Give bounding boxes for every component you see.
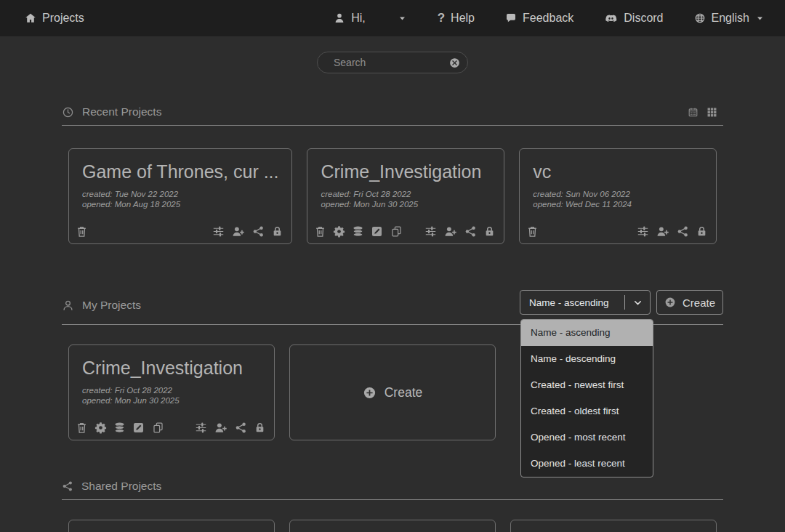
create-button-label: Create <box>683 297 715 309</box>
clock-icon <box>62 106 74 118</box>
help-label: Help <box>451 12 475 25</box>
project-card[interactable]: Crime_Investigation created: Fri Oct 28 … <box>307 148 504 244</box>
person-outline-icon <box>62 299 74 312</box>
create-card-label: Create <box>385 385 423 400</box>
feedback-label: Feedback <box>523 12 573 25</box>
project-opened: opened: Wed Dec 11 2024 <box>533 199 703 209</box>
copy-icon[interactable] <box>390 225 403 238</box>
trash-icon[interactable] <box>76 422 88 434</box>
sort-option[interactable]: Name - ascending <box>521 320 653 346</box>
project-card[interactable] <box>510 520 717 532</box>
person-icon <box>334 12 345 24</box>
project-card[interactable]: vc created: Sun Nov 06 2022 opened: Wed … <box>519 148 717 244</box>
shared-projects-grid <box>62 520 723 532</box>
chevron-down-icon <box>755 14 765 23</box>
edit-icon[interactable] <box>371 225 383 238</box>
share-icon[interactable] <box>677 225 689 238</box>
recent-projects-title: Recent Projects <box>82 105 161 118</box>
project-dates: created: Tue Nov 22 2022 opened: Mon Aug… <box>82 189 278 209</box>
nav-projects-label: Projects <box>42 12 84 25</box>
sort-dropdown-menu: Name - ascending Name - descending Creat… <box>520 319 653 477</box>
sliders-icon[interactable] <box>637 225 649 238</box>
my-projects-controls: Name - ascending Name - ascending Name -… <box>520 290 723 315</box>
chevron-down-icon <box>398 14 407 23</box>
project-created: created: Fri Oct 28 2022 <box>321 189 491 199</box>
project-title: Crime_Investigation <box>82 358 261 379</box>
share-icon[interactable] <box>464 225 477 238</box>
sort-option[interactable]: Opened - most recent <box>521 424 653 451</box>
database-icon[interactable] <box>352 225 364 238</box>
discord-link[interactable]: Discord <box>604 12 663 25</box>
shared-projects-section: Shared Projects <box>62 480 723 532</box>
my-projects-heading: My Projects <box>62 299 141 315</box>
calendar-view-icon[interactable] <box>688 107 699 118</box>
project-title: Crime_Investigation <box>321 161 491 182</box>
nav-projects-link[interactable]: Projects <box>25 12 84 25</box>
grid-view-icon[interactable] <box>706 107 717 118</box>
project-actions <box>76 225 283 238</box>
lock-icon[interactable] <box>254 422 266 434</box>
gear-icon[interactable] <box>94 422 107 434</box>
sort-option[interactable]: Created - newest first <box>521 372 653 398</box>
trash-icon[interactable] <box>76 225 88 238</box>
recent-projects-section: Recent Projects Game of Thrones, cur ...… <box>62 105 723 244</box>
clear-search-icon[interactable] <box>448 57 461 69</box>
create-project-card[interactable]: Create <box>289 344 496 440</box>
sort-option[interactable]: Created - oldest first <box>521 398 653 424</box>
share-icon <box>62 480 73 492</box>
help-link[interactable]: ? Help <box>438 11 475 25</box>
project-card[interactable]: Crime_Investigation created: Fri Oct 28 … <box>68 344 275 440</box>
trash-icon[interactable] <box>314 225 326 238</box>
person-plus-icon[interactable] <box>443 225 458 238</box>
project-created: created: Fri Oct 28 2022 <box>82 385 261 395</box>
project-card[interactable] <box>68 520 275 532</box>
database-icon[interactable] <box>113 422 126 434</box>
project-dates: created: Sun Nov 06 2022 opened: Wed Dec… <box>533 189 703 209</box>
feedback-link[interactable]: Feedback <box>505 12 573 25</box>
nav-right-group: Hi, ? Help Feedback Discord English <box>334 11 765 25</box>
project-created: created: Sun Nov 06 2022 <box>533 189 703 199</box>
lock-icon[interactable] <box>483 225 496 238</box>
sliders-icon[interactable] <box>195 422 207 434</box>
person-plus-icon[interactable] <box>656 225 670 238</box>
lock-icon[interactable] <box>271 225 283 238</box>
project-dates: created: Fri Oct 28 2022 opened: Mon Jun… <box>82 385 261 406</box>
project-opened: opened: Mon Jun 30 2025 <box>82 395 261 406</box>
search-input[interactable] <box>332 56 448 69</box>
person-plus-icon[interactable] <box>231 225 246 238</box>
sliders-icon[interactable] <box>424 225 437 238</box>
view-toggle-group <box>688 107 717 118</box>
share-icon[interactable] <box>235 422 247 434</box>
user-menu[interactable]: Hi, <box>334 12 407 25</box>
project-card[interactable]: Game of Thrones, cur ... created: Tue No… <box>68 148 292 244</box>
user-greeting: Hi, <box>351 12 366 25</box>
sort-option[interactable]: Name - descending <box>521 346 653 372</box>
recent-projects-header: Recent Projects <box>62 105 723 118</box>
shared-projects-title: Shared Projects <box>81 480 161 493</box>
project-actions <box>314 225 496 238</box>
project-title: Game of Thrones, cur ... <box>82 161 278 182</box>
discord-label: Discord <box>624 12 663 25</box>
section-divider <box>62 499 723 500</box>
share-icon[interactable] <box>252 225 265 238</box>
home-icon <box>25 12 36 24</box>
top-navbar: Projects Hi, ? Help Feedback Discord <box>0 0 785 36</box>
lock-icon[interactable] <box>696 225 708 238</box>
sort-option[interactable]: Opened - least recent <box>521 451 653 477</box>
gear-icon[interactable] <box>333 225 345 238</box>
sliders-icon[interactable] <box>212 225 225 238</box>
project-card[interactable] <box>289 520 496 532</box>
plus-circle-icon <box>363 386 377 400</box>
discord-logo-icon <box>604 12 618 25</box>
copy-icon[interactable] <box>151 422 165 434</box>
create-button[interactable]: Create <box>656 290 723 315</box>
language-menu[interactable]: English <box>694 12 765 25</box>
sort-select[interactable]: Name - ascending Name - ascending Name -… <box>520 290 651 315</box>
person-plus-icon[interactable] <box>214 422 228 434</box>
my-projects-header: My Projects Name - ascending Name - asce… <box>62 290 723 315</box>
language-label: English <box>712 12 749 25</box>
edit-icon[interactable] <box>132 422 145 434</box>
trash-icon[interactable] <box>526 225 539 238</box>
sort-selected-value: Name - ascending <box>520 297 624 308</box>
project-opened: opened: Mon Aug 18 2025 <box>82 199 278 209</box>
